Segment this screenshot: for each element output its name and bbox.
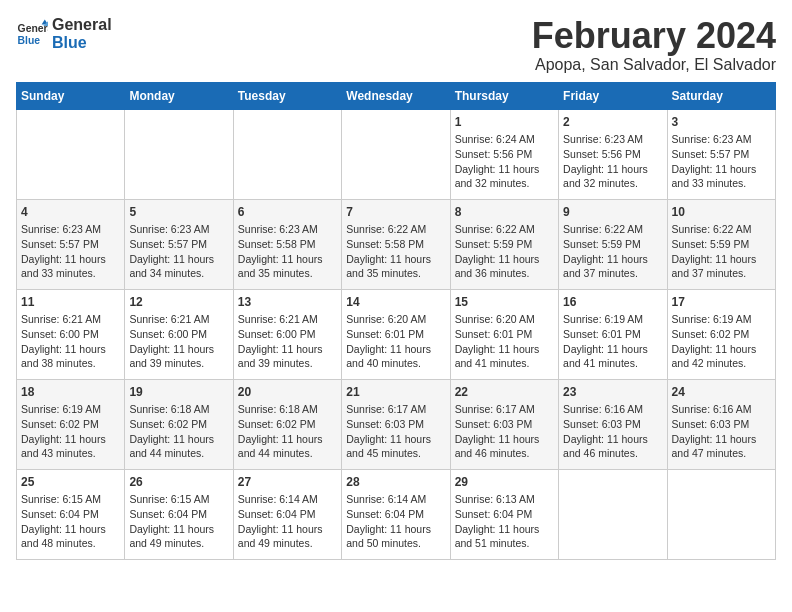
logo: General Blue General Blue <box>16 16 112 51</box>
cell-content: Sunrise: 6:14 AMSunset: 6:04 PMDaylight:… <box>346 492 445 551</box>
cell-content: Sunrise: 6:22 AMSunset: 5:59 PMDaylight:… <box>455 222 554 281</box>
cell-content: Sunrise: 6:23 AMSunset: 5:57 PMDaylight:… <box>129 222 228 281</box>
calendar-cell: 3Sunrise: 6:23 AMSunset: 5:57 PMDaylight… <box>667 109 775 199</box>
cell-content: Sunrise: 6:24 AMSunset: 5:56 PMDaylight:… <box>455 132 554 191</box>
calendar-cell <box>125 109 233 199</box>
day-number: 14 <box>346 294 445 311</box>
cell-content: Sunrise: 6:23 AMSunset: 5:58 PMDaylight:… <box>238 222 337 281</box>
cell-content: Sunrise: 6:15 AMSunset: 6:04 PMDaylight:… <box>129 492 228 551</box>
day-number: 24 <box>672 384 771 401</box>
calendar-cell: 20Sunrise: 6:18 AMSunset: 6:02 PMDayligh… <box>233 379 341 469</box>
day-number: 25 <box>21 474 120 491</box>
day-number: 4 <box>21 204 120 221</box>
cell-content: Sunrise: 6:13 AMSunset: 6:04 PMDaylight:… <box>455 492 554 551</box>
calendar-cell <box>17 109 125 199</box>
day-number: 12 <box>129 294 228 311</box>
cell-content: Sunrise: 6:14 AMSunset: 6:04 PMDaylight:… <box>238 492 337 551</box>
day-number: 7 <box>346 204 445 221</box>
calendar-cell: 5Sunrise: 6:23 AMSunset: 5:57 PMDaylight… <box>125 199 233 289</box>
day-number: 9 <box>563 204 662 221</box>
day-number: 6 <box>238 204 337 221</box>
week-row-2: 4Sunrise: 6:23 AMSunset: 5:57 PMDaylight… <box>17 199 776 289</box>
cell-content: Sunrise: 6:18 AMSunset: 6:02 PMDaylight:… <box>238 402 337 461</box>
day-number: 2 <box>563 114 662 131</box>
cell-content: Sunrise: 6:18 AMSunset: 6:02 PMDaylight:… <box>129 402 228 461</box>
calendar-cell: 24Sunrise: 6:16 AMSunset: 6:03 PMDayligh… <box>667 379 775 469</box>
day-number: 21 <box>346 384 445 401</box>
cell-content: Sunrise: 6:17 AMSunset: 6:03 PMDaylight:… <box>346 402 445 461</box>
day-number: 28 <box>346 474 445 491</box>
cell-content: Sunrise: 6:21 AMSunset: 6:00 PMDaylight:… <box>21 312 120 371</box>
day-number: 27 <box>238 474 337 491</box>
header-row: SundayMondayTuesdayWednesdayThursdayFrid… <box>17 82 776 109</box>
calendar-cell: 29Sunrise: 6:13 AMSunset: 6:04 PMDayligh… <box>450 469 558 559</box>
header: General Blue General Blue February 2024 … <box>16 16 776 74</box>
title-area: February 2024 Apopa, San Salvador, El Sa… <box>532 16 776 74</box>
calendar-cell: 6Sunrise: 6:23 AMSunset: 5:58 PMDaylight… <box>233 199 341 289</box>
main-title: February 2024 <box>532 16 776 56</box>
cell-content: Sunrise: 6:23 AMSunset: 5:57 PMDaylight:… <box>672 132 771 191</box>
week-row-1: 1Sunrise: 6:24 AMSunset: 5:56 PMDaylight… <box>17 109 776 199</box>
column-header-tuesday: Tuesday <box>233 82 341 109</box>
calendar-cell: 4Sunrise: 6:23 AMSunset: 5:57 PMDaylight… <box>17 199 125 289</box>
calendar-cell: 13Sunrise: 6:21 AMSunset: 6:00 PMDayligh… <box>233 289 341 379</box>
day-number: 1 <box>455 114 554 131</box>
cell-content: Sunrise: 6:20 AMSunset: 6:01 PMDaylight:… <box>346 312 445 371</box>
calendar-cell: 19Sunrise: 6:18 AMSunset: 6:02 PMDayligh… <box>125 379 233 469</box>
day-number: 26 <box>129 474 228 491</box>
day-number: 16 <box>563 294 662 311</box>
column-header-friday: Friday <box>559 82 667 109</box>
day-number: 10 <box>672 204 771 221</box>
calendar-cell: 25Sunrise: 6:15 AMSunset: 6:04 PMDayligh… <box>17 469 125 559</box>
cell-content: Sunrise: 6:16 AMSunset: 6:03 PMDaylight:… <box>672 402 771 461</box>
day-number: 22 <box>455 384 554 401</box>
calendar-cell: 14Sunrise: 6:20 AMSunset: 6:01 PMDayligh… <box>342 289 450 379</box>
svg-text:General: General <box>18 23 48 34</box>
day-number: 15 <box>455 294 554 311</box>
day-number: 29 <box>455 474 554 491</box>
calendar-cell: 28Sunrise: 6:14 AMSunset: 6:04 PMDayligh… <box>342 469 450 559</box>
calendar-cell: 9Sunrise: 6:22 AMSunset: 5:59 PMDaylight… <box>559 199 667 289</box>
cell-content: Sunrise: 6:19 AMSunset: 6:02 PMDaylight:… <box>21 402 120 461</box>
day-number: 18 <box>21 384 120 401</box>
column-header-saturday: Saturday <box>667 82 775 109</box>
calendar-cell: 26Sunrise: 6:15 AMSunset: 6:04 PMDayligh… <box>125 469 233 559</box>
calendar-cell: 22Sunrise: 6:17 AMSunset: 6:03 PMDayligh… <box>450 379 558 469</box>
week-row-3: 11Sunrise: 6:21 AMSunset: 6:00 PMDayligh… <box>17 289 776 379</box>
week-row-5: 25Sunrise: 6:15 AMSunset: 6:04 PMDayligh… <box>17 469 776 559</box>
cell-content: Sunrise: 6:22 AMSunset: 5:59 PMDaylight:… <box>563 222 662 281</box>
week-row-4: 18Sunrise: 6:19 AMSunset: 6:02 PMDayligh… <box>17 379 776 469</box>
calendar-cell: 10Sunrise: 6:22 AMSunset: 5:59 PMDayligh… <box>667 199 775 289</box>
calendar-cell: 23Sunrise: 6:16 AMSunset: 6:03 PMDayligh… <box>559 379 667 469</box>
logo-line2: Blue <box>52 34 112 52</box>
day-number: 20 <box>238 384 337 401</box>
cell-content: Sunrise: 6:23 AMSunset: 5:57 PMDaylight:… <box>21 222 120 281</box>
day-number: 8 <box>455 204 554 221</box>
logo-line1: General <box>52 16 112 34</box>
column-header-thursday: Thursday <box>450 82 558 109</box>
column-header-monday: Monday <box>125 82 233 109</box>
day-number: 3 <box>672 114 771 131</box>
cell-content: Sunrise: 6:21 AMSunset: 6:00 PMDaylight:… <box>129 312 228 371</box>
svg-text:Blue: Blue <box>18 34 41 45</box>
cell-content: Sunrise: 6:23 AMSunset: 5:56 PMDaylight:… <box>563 132 662 191</box>
calendar-cell: 12Sunrise: 6:21 AMSunset: 6:00 PMDayligh… <box>125 289 233 379</box>
calendar-cell: 7Sunrise: 6:22 AMSunset: 5:58 PMDaylight… <box>342 199 450 289</box>
sub-title: Apopa, San Salvador, El Salvador <box>532 56 776 74</box>
cell-content: Sunrise: 6:19 AMSunset: 6:01 PMDaylight:… <box>563 312 662 371</box>
cell-content: Sunrise: 6:17 AMSunset: 6:03 PMDaylight:… <box>455 402 554 461</box>
calendar-cell: 11Sunrise: 6:21 AMSunset: 6:00 PMDayligh… <box>17 289 125 379</box>
column-header-wednesday: Wednesday <box>342 82 450 109</box>
cell-content: Sunrise: 6:15 AMSunset: 6:04 PMDaylight:… <box>21 492 120 551</box>
calendar-cell: 27Sunrise: 6:14 AMSunset: 6:04 PMDayligh… <box>233 469 341 559</box>
calendar-cell <box>233 109 341 199</box>
calendar-cell <box>559 469 667 559</box>
calendar-cell: 2Sunrise: 6:23 AMSunset: 5:56 PMDaylight… <box>559 109 667 199</box>
day-number: 23 <box>563 384 662 401</box>
calendar-cell: 15Sunrise: 6:20 AMSunset: 6:01 PMDayligh… <box>450 289 558 379</box>
cell-content: Sunrise: 6:21 AMSunset: 6:00 PMDaylight:… <box>238 312 337 371</box>
day-number: 11 <box>21 294 120 311</box>
cell-content: Sunrise: 6:16 AMSunset: 6:03 PMDaylight:… <box>563 402 662 461</box>
day-number: 5 <box>129 204 228 221</box>
cell-content: Sunrise: 6:20 AMSunset: 6:01 PMDaylight:… <box>455 312 554 371</box>
